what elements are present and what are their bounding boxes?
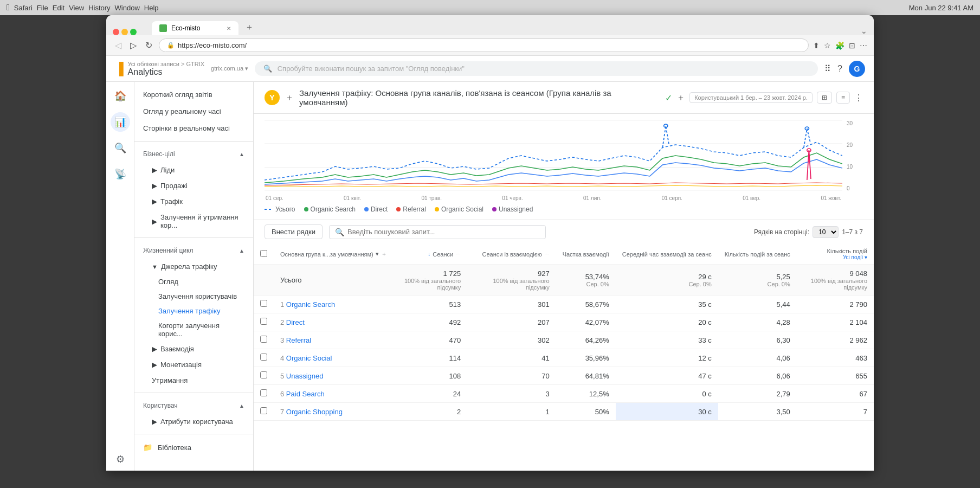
sidebar-item-leads[interactable]: ▶ Ліди bbox=[134, 162, 253, 178]
sidebar-settings-icon[interactable]: ⚙ bbox=[111, 450, 130, 469]
col-header-engaged-sessions[interactable]: Сеанси із взаємодією ⋯ bbox=[467, 243, 556, 265]
row-2-engaged: 207 bbox=[467, 313, 556, 331]
sidebar-item-cohorts[interactable]: Когорти залучення корис... bbox=[134, 318, 253, 341]
col-header-channel[interactable]: Основна група к...за умовчанням) ▾ ＋ bbox=[274, 243, 394, 265]
select-all-checkbox[interactable] bbox=[260, 250, 267, 257]
sidebar-item-realtime-pages[interactable]: Сторінки в реальному часі bbox=[134, 120, 253, 137]
sidebar-section-user[interactable]: Користувач ▲ bbox=[134, 397, 253, 414]
sidebar-item-engagement[interactable]: ▶ Взаємодія bbox=[134, 341, 253, 357]
legend-item-direct[interactable]: Direct bbox=[364, 206, 388, 213]
menu-help[interactable]: Help bbox=[144, 4, 159, 12]
grid-view-icon[interactable]: ⠿ bbox=[824, 63, 831, 74]
add-report-button[interactable]: ＋ bbox=[676, 92, 685, 104]
new-tab-button[interactable]: ＋ bbox=[241, 20, 258, 35]
col-add-icon[interactable]: ＋ bbox=[381, 250, 387, 258]
browser-tab[interactable]: Eco-misto ✕ bbox=[152, 21, 238, 35]
comparison-toggle[interactable]: ⊞ bbox=[817, 92, 832, 104]
col-header-sessions[interactable]: ↓ Сеанси ⋯ bbox=[394, 243, 467, 265]
legend-item-referral[interactable]: Referral bbox=[396, 206, 426, 213]
share-icon[interactable]: ⬆ bbox=[813, 41, 820, 50]
menu-view[interactable]: View bbox=[69, 4, 84, 12]
ga-search-bar[interactable]: 🔍 Спробуйте виконати пошук за запитом "О… bbox=[255, 61, 818, 76]
menu-window[interactable]: Window bbox=[115, 4, 140, 12]
row-6-checkbox[interactable] bbox=[254, 385, 274, 403]
sidebar-item-library[interactable]: 📁 Бібліотека bbox=[134, 439, 253, 456]
sidebar-section-lifecycle[interactable]: Жизненний цикл ▲ bbox=[134, 242, 253, 259]
row-1-channel-link[interactable]: Organic Search bbox=[286, 300, 335, 309]
col-filter-icon[interactable]: ▾ bbox=[376, 251, 379, 258]
col-header-events-per-session[interactable]: Кількість подій за сеанс bbox=[718, 243, 797, 265]
row-3-channel: 3 Referral bbox=[274, 331, 394, 349]
tab-close-icon[interactable]: ✕ bbox=[227, 25, 231, 31]
lifecycle-label: Жизненний цикл bbox=[143, 247, 194, 254]
row-3-checkbox[interactable] bbox=[254, 331, 274, 349]
legend-label-direct: Direct bbox=[371, 206, 388, 213]
event-type-dropdown[interactable]: Усі події ▾ bbox=[827, 254, 867, 260]
menu-safari[interactable]: Safari bbox=[14, 4, 33, 12]
sidebar-item-user-attributes[interactable]: ▶ Атрибути користувача bbox=[134, 414, 253, 429]
forward-button[interactable]: ▷ bbox=[128, 39, 139, 52]
row-2-channel-link[interactable]: Direct bbox=[286, 318, 305, 326]
sidebar-explore-icon[interactable]: 🔍 bbox=[111, 138, 130, 158]
row-1-checkbox[interactable] bbox=[254, 296, 274, 313]
tab-list-button[interactable]: ⌄ bbox=[861, 27, 867, 35]
menu-file[interactable]: File bbox=[37, 4, 48, 12]
sidebar-item-quick-overview[interactable]: Короткий огляд звітів bbox=[134, 86, 253, 103]
more-options-icon[interactable]: ⋯ bbox=[860, 41, 867, 50]
back-button[interactable]: ◁ bbox=[113, 39, 124, 52]
extensions-icon[interactable]: 🧩 bbox=[835, 41, 844, 50]
row-4-checkbox[interactable] bbox=[254, 349, 274, 367]
sidebar-section-business-goals[interactable]: Бізнес-цілі ▲ bbox=[134, 146, 253, 162]
bookmark-icon[interactable]: ☆ bbox=[824, 41, 831, 50]
legend-item-organic-social[interactable]: Organic Social bbox=[435, 206, 483, 213]
date-range-display[interactable]: Користувацький 1 бер. – 23 жовт. 2024 р. bbox=[689, 92, 813, 103]
row-3-channel-link[interactable]: Referral bbox=[286, 336, 311, 344]
chart-type-toggle[interactable]: ≡ bbox=[836, 92, 850, 104]
help-icon[interactable]: ? bbox=[837, 64, 842, 74]
close-button[interactable] bbox=[113, 29, 119, 35]
sidebar-item-retention[interactable]: ▶ Залучення й утримання кор... bbox=[134, 209, 253, 233]
sidebar-item-sales[interactable]: ▶ Продажі bbox=[134, 178, 253, 194]
col-header-event-count[interactable]: Кількість подій Усі події ▾ bbox=[797, 243, 874, 265]
sidebar-home-icon[interactable]: 🏠 bbox=[111, 86, 130, 106]
sidebar-item-traffic[interactable]: ▶ Трафік bbox=[134, 194, 253, 209]
apple-icon[interactable]:  bbox=[7, 3, 10, 12]
minimize-button[interactable] bbox=[121, 29, 128, 35]
sidebar-item-monetization[interactable]: ▶ Монетизація bbox=[134, 357, 253, 373]
row-6-channel-link[interactable]: Paid Search bbox=[286, 390, 325, 398]
sidebar-reports-icon[interactable]: 📊 bbox=[111, 112, 130, 132]
sidebar-item-retention-lc[interactable]: Утримання bbox=[134, 373, 253, 388]
menu-edit[interactable]: Edit bbox=[53, 4, 65, 12]
sidebar-item-realtime-overview[interactable]: Огляд у реальному часі bbox=[134, 103, 253, 120]
legend-item-unassigned[interactable]: Unassigned bbox=[492, 206, 533, 213]
col-header-engagement-rate[interactable]: Частка взаємодії bbox=[556, 243, 616, 265]
fullscreen-button[interactable] bbox=[130, 29, 137, 35]
insert-rows-button[interactable]: Внести рядки bbox=[265, 224, 323, 239]
row-5-channel-link[interactable]: Unassigned bbox=[286, 372, 324, 380]
legend-item-organic-search[interactable]: Organic Search bbox=[304, 206, 356, 213]
more-report-options[interactable]: ⋮ bbox=[854, 93, 863, 103]
url-bar[interactable]: 🔒 https://eco-misto.com/ bbox=[159, 38, 809, 52]
sidebar-left-icons: 🏠 📊 🔍 📡 ⚙ bbox=[106, 82, 134, 471]
table-search-input[interactable] bbox=[347, 228, 456, 236]
ga-avatar[interactable]: G bbox=[849, 61, 865, 77]
col-header-avg-time[interactable]: Середній час взаємодії за сеанс bbox=[616, 243, 718, 265]
reader-mode-icon[interactable]: ⊡ bbox=[849, 41, 855, 50]
legend-item-total[interactable]: Усього bbox=[265, 206, 295, 213]
row-7-sessions: 2 bbox=[394, 403, 467, 421]
menu-history[interactable]: History bbox=[88, 4, 110, 12]
row-4-channel-link[interactable]: Organic Social bbox=[286, 354, 332, 362]
rows-per-page-select[interactable]: 10 25 50 bbox=[813, 226, 839, 238]
table-search-box[interactable]: 🔍 bbox=[329, 225, 546, 239]
row-7-channel-link[interactable]: Organic Shopping bbox=[286, 408, 343, 416]
sidebar-item-traffic-sources[interactable]: ▼ Джерела трафіку bbox=[134, 259, 253, 274]
sidebar-item-traffic-acquisition[interactable]: Залучення трафіку bbox=[134, 304, 253, 318]
reload-button[interactable]: ↻ bbox=[143, 39, 154, 52]
sidebar-item-overview[interactable]: Огляд bbox=[134, 274, 253, 289]
row-7-checkbox[interactable] bbox=[254, 403, 274, 421]
sidebar-item-user-acquisition[interactable]: Залучення користувачів bbox=[134, 289, 253, 304]
row-2-checkbox[interactable] bbox=[254, 313, 274, 331]
sidebar-advertising-icon[interactable]: 📡 bbox=[111, 164, 130, 184]
add-comparison-button[interactable]: ＋ bbox=[285, 92, 294, 104]
row-5-checkbox[interactable] bbox=[254, 367, 274, 385]
